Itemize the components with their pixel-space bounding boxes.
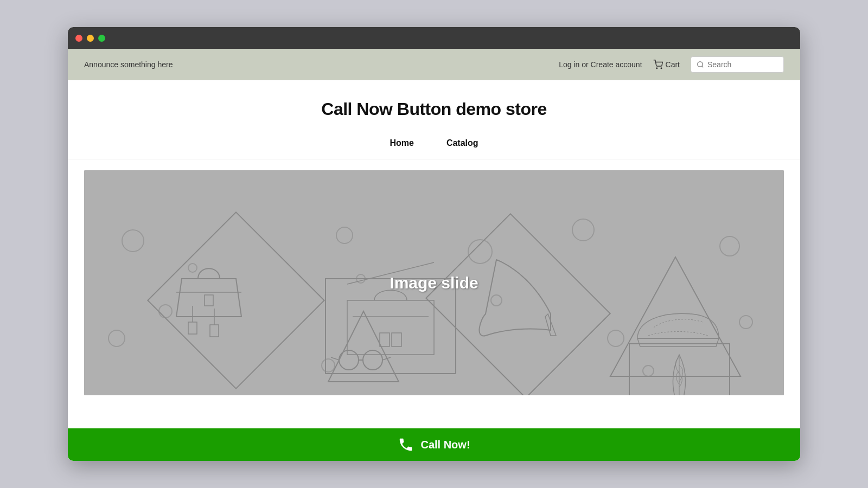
search-box[interactable]	[691, 56, 784, 73]
announcement-bar: Announce something here Log in or Create…	[68, 49, 800, 80]
cart-icon	[653, 60, 663, 69]
auth-links[interactable]: Log in or Create account	[559, 60, 642, 69]
nav-bar: Home Catalog	[68, 130, 800, 159]
svg-point-0	[656, 68, 658, 69]
close-button[interactable]	[75, 35, 82, 42]
phone-icon	[398, 436, 414, 453]
nav-item-catalog[interactable]: Catalog	[446, 138, 478, 148]
cart-label: Cart	[666, 60, 680, 69]
nav-item-home[interactable]: Home	[390, 138, 413, 148]
svg-point-2	[698, 62, 703, 67]
search-input[interactable]	[707, 60, 778, 69]
search-icon	[697, 61, 704, 68]
header-actions: Log in or Create account Cart	[559, 56, 784, 73]
minimize-button[interactable]	[87, 35, 94, 42]
svg-line-3	[702, 66, 704, 68]
slideshow-image	[84, 170, 784, 395]
browser-window: Announce something here Log in or Create…	[68, 27, 800, 461]
main-content: Call Now Button demo store Home Catalog	[68, 80, 800, 461]
call-now-label: Call Now!	[420, 439, 470, 451]
store-header: Call Now Button demo store	[68, 80, 800, 130]
store-title: Call Now Button demo store	[79, 99, 789, 119]
browser-content: Announce something here Log in or Create…	[68, 49, 800, 461]
slideshow-container[interactable]: Image slide	[84, 170, 784, 395]
cart-link[interactable]: Cart	[653, 60, 680, 69]
svg-point-1	[661, 68, 662, 69]
window-controls	[75, 35, 105, 42]
announcement-text: Announce something here	[84, 60, 173, 69]
maximize-button[interactable]	[98, 35, 105, 42]
call-now-bar[interactable]: Call Now!	[68, 428, 800, 461]
title-bar	[68, 27, 800, 49]
